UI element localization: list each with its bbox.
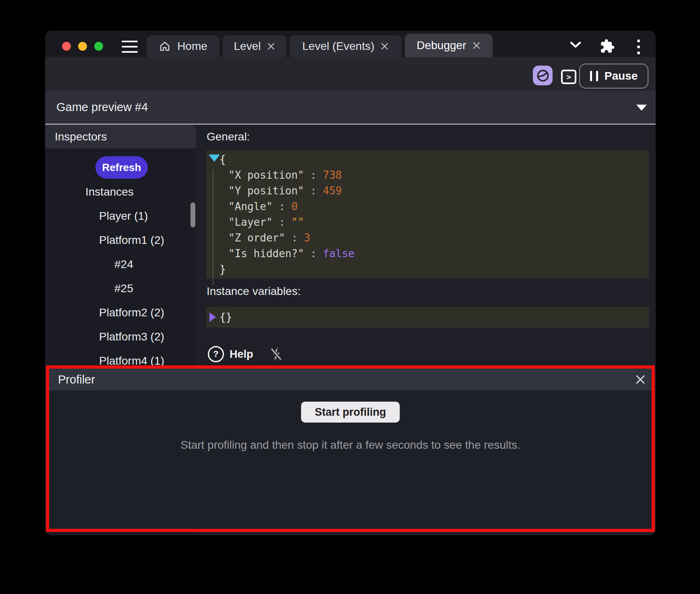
refresh-button[interactable]: Refresh: [95, 156, 148, 179]
close-tab-icon[interactable]: [381, 42, 389, 50]
tab-label: Debugger: [417, 39, 466, 52]
json-separator: :: [304, 169, 323, 181]
list-item-24[interactable]: #24: [45, 252, 196, 276]
json-key: "Y position": [228, 185, 304, 197]
tab-debugger[interactable]: Debugger: [405, 34, 493, 57]
pause-label: Pause: [605, 70, 638, 82]
json-value: 3: [304, 232, 311, 244]
close-window-button[interactable]: [62, 42, 71, 51]
instance-variables-json-view: {}: [206, 307, 649, 328]
minimize-window-button[interactable]: [78, 42, 87, 51]
close-icon[interactable]: [636, 375, 645, 384]
json-row: "X position" : 738: [206, 167, 649, 183]
home-icon: [159, 40, 171, 52]
json-separator: :: [304, 185, 323, 197]
collapse-expander-icon[interactable]: [209, 155, 220, 162]
sidebar-scrollbar[interactable]: [191, 202, 195, 227]
instances-tree: InstancesPlayer (1)Platform1 (2)#24#25Pl…: [45, 180, 196, 373]
game-preview-title: Game preview #4: [56, 91, 148, 124]
json-value: "": [292, 216, 304, 228]
json-row: "Is hidden?" : false: [206, 246, 649, 262]
json-key: "X position": [228, 169, 304, 181]
list-item-label: Instances: [85, 186, 134, 198]
list-item-player-1[interactable]: Player (1): [45, 204, 196, 228]
json-value: 0: [292, 200, 298, 212]
list-item-label: Platform3 (2): [99, 330, 164, 343]
json-value: false: [323, 248, 354, 260]
json-row: "Angle" : 0: [206, 199, 649, 214]
screen: HomeLevelLevel (Events)Debugger: [0, 0, 700, 594]
list-item-label: #25: [114, 282, 133, 295]
help-label[interactable]: Help: [230, 348, 253, 361]
list-item-label: Platform1 (2): [99, 234, 164, 247]
json-value: 738: [323, 169, 342, 181]
list-item-label: #24: [114, 258, 133, 271]
profiler-header: Profiler: [49, 369, 652, 390]
tab-home[interactable]: Home: [147, 35, 220, 57]
tab-label: Level (Events): [302, 40, 375, 53]
json-key: "Layer": [228, 216, 273, 228]
profiler-body: Start profiling Start profiling and then…: [49, 390, 652, 529]
close-tab-icon[interactable]: [267, 42, 275, 50]
inspectors-title: Inspectors: [55, 125, 107, 148]
json-key: "Angle": [228, 200, 273, 212]
expand-expander-icon[interactable]: [209, 312, 216, 322]
list-item-platform2-2[interactable]: Platform2 (2): [45, 301, 196, 325]
help-icon[interactable]: ?: [208, 346, 224, 362]
game-preview-header[interactable]: Game preview #4: [45, 91, 656, 124]
pause-icon: [590, 71, 598, 81]
window-controls: [62, 42, 103, 51]
list-item-label: Platform2 (2): [99, 306, 164, 319]
json-open-brace: {: [206, 152, 649, 167]
titlebar: HomeLevelLevel (Events)Debugger: [45, 31, 656, 57]
close-tab-icon[interactable]: [472, 41, 480, 50]
tab-level-events[interactable]: Level (Events): [290, 35, 402, 57]
list-item-25[interactable]: #25: [45, 276, 196, 301]
help-row: ? Help: [208, 346, 283, 362]
json-row: "Z order" : 3: [206, 230, 649, 246]
flash-off-icon[interactable]: [269, 346, 283, 362]
kebab-menu-icon[interactable]: [637, 39, 640, 54]
tab-label: Level: [234, 40, 261, 53]
console-prompt-glyph: >: [566, 73, 571, 81]
json-separator: :: [273, 200, 292, 212]
list-item-instances[interactable]: Instances: [45, 180, 196, 204]
app-window: HomeLevelLevel (Events)Debugger: [45, 31, 656, 535]
json-separator: :: [285, 232, 304, 244]
instance-variables-value: {}: [220, 307, 232, 328]
json-row: "Layer" : "": [206, 214, 649, 230]
tab-label: Home: [177, 40, 207, 53]
profiler-panel: Profiler Start profiling Start profiling…: [46, 365, 655, 532]
chevron-down-icon[interactable]: [570, 41, 582, 48]
list-item-label: Player (1): [99, 210, 148, 223]
tab-bar: HomeLevelLevel (Events)Debugger: [147, 34, 493, 57]
json-separator: :: [273, 216, 292, 228]
menu-icon[interactable]: [122, 41, 138, 53]
start-profiling-button[interactable]: Start profiling: [301, 402, 400, 423]
list-item-platform1-2[interactable]: Platform1 (2): [45, 228, 196, 252]
json-value: 459: [323, 185, 342, 197]
general-json-view: {"X position" : 738"Y position" : 459"An…: [206, 151, 649, 278]
zoom-window-button[interactable]: [94, 42, 103, 51]
pause-button[interactable]: Pause: [579, 64, 648, 89]
list-item-platform3-2[interactable]: Platform3 (2): [45, 325, 196, 349]
instance-variables-label: Instance variables:: [207, 285, 300, 298]
profiler-hint: Start profiling and then stop it after a…: [49, 439, 652, 452]
indent-guide: [213, 170, 213, 285]
extensions-puzzle-icon[interactable]: [600, 39, 615, 54]
json-row: "Y position" : 459: [206, 183, 649, 199]
json-key: "Is hidden?": [228, 248, 304, 260]
caret-down-icon: [636, 105, 647, 111]
general-label: General:: [207, 130, 250, 143]
profiler-title: Profiler: [58, 369, 95, 390]
json-separator: :: [304, 248, 323, 260]
tab-level[interactable]: Level: [223, 35, 286, 57]
profiler-toggle-button[interactable]: [533, 66, 553, 85]
json-key: "Z order": [228, 232, 285, 244]
debugger-toolbar: > Pause: [45, 57, 656, 91]
console-button[interactable]: >: [561, 70, 576, 84]
inspectors-header: Inspectors: [45, 125, 196, 148]
gauge-icon: [536, 69, 550, 82]
json-close-brace: }: [206, 262, 649, 277]
